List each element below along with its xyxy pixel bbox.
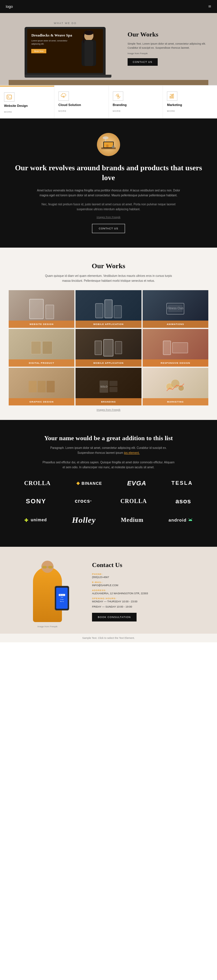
binance-logo-text: BINANCE [76, 481, 102, 486]
portfolio-item-branding[interactable]: SOLO BRANDING [76, 368, 141, 406]
brands-contact-button[interactable]: CONTACT US [92, 224, 125, 233]
contact-image-credit: Image from Freepik [33, 625, 62, 628]
service-card-cloud-solution[interactable]: Cloud Solution MORE [54, 86, 109, 118]
hero-image-credit: Image from Freepik [128, 52, 208, 55]
hero-desk-illustration: WHAT WE DO Dreadlocks & Weave Spa Lorem … [0, 13, 217, 85]
contact-phone-value: (555)123-4567 [92, 576, 208, 579]
android-robot-icon [188, 517, 193, 523]
clients-title: Your name would be a great addition to t… [11, 434, 206, 442]
contact-phone-in-hand: We are a Web Design Agency [55, 586, 69, 611]
portfolio-item-website-design[interactable]: WEBSITE DESIGN [9, 290, 74, 328]
brands-image-credit: Images from Freepik [11, 216, 206, 219]
unimed-cross-icon [24, 518, 29, 522]
hero-label: WHAT WE DO [54, 22, 77, 25]
svg-point-3 [84, 30, 93, 35]
nav-logo: logo [6, 4, 13, 9]
clients-logo-row-1: CROLLA BINANCE EVGA TESLA [11, 477, 206, 490]
client-logo-crolla: CROLLA [21, 477, 54, 489]
svg-rect-8 [173, 94, 174, 98]
contact-hours-label: OPENING HOURS: [92, 597, 208, 600]
cloud-solution-icon [59, 92, 69, 101]
service-card-branding[interactable]: Branding MORE [109, 86, 163, 118]
client-logo-medium: Medium [118, 514, 146, 526]
hero-section: WHAT WE DO Dreadlocks & Weave Spa Lorem … [0, 13, 217, 118]
client-logo-android: android [166, 515, 196, 526]
portfolio-item-mobile-app-1[interactable]: MOBILE APPLICATION [76, 290, 141, 328]
portfolio-item-mobile-app-2[interactable]: MOBILE APPLICATION [76, 329, 141, 367]
portfolio-item-animations[interactable]: Fitness Club ANIMATIONS [143, 290, 208, 328]
brands-desc1: Amet luctus venenatis lectus magna fring… [33, 188, 184, 198]
laptop-person-illustration [79, 29, 99, 69]
svg-marker-22 [76, 482, 80, 485]
service-card-website-design[interactable]: Website Design MORE [0, 86, 54, 118]
holley-logo-text: Holley [72, 515, 96, 525]
service-more-marketing[interactable]: MORE [167, 110, 175, 112]
svg-text:Fitness Club: Fitness Club [168, 307, 184, 310]
svg-rect-4 [7, 95, 11, 99]
clients-section: Your name would be a great addition to t… [0, 420, 217, 547]
svg-line-28 [192, 519, 192, 519]
brands-section: Our work revolves around brands and prod… [0, 118, 217, 248]
contact-text-column: Contact Us PHONE: (555)123-4567 E-MAIL: … [92, 558, 208, 622]
crolla-logo-text: CROLLA [24, 480, 51, 487]
contact-address-label: ADDRESS: [92, 589, 208, 592]
portfolio-item-graphic-design[interactable]: GRAPHIC DESIGN [9, 368, 74, 406]
hero-laptop-area: WHAT WE DO Dreadlocks & Weave Spa Lorem … [9, 22, 122, 78]
clients-desc-link[interactable]: ips element. [124, 451, 140, 454]
evga-logo-text: EVGA [127, 480, 146, 487]
services-row: Website Design MORE Cloud Solution MORE [0, 85, 217, 118]
svg-point-26 [191, 520, 191, 520]
svg-line-27 [188, 519, 189, 519]
portfolio-label-website-design: WEBSITE DESIGN [9, 321, 74, 328]
android-logo-text: android [169, 517, 193, 523]
tesla-logo-text: TESLA [171, 480, 193, 486]
hero-contact-button[interactable]: CONTACT US [128, 58, 158, 66]
portfolio-label-graphic-design: GRAPHIC DESIGN [9, 398, 74, 406]
book-consultation-button[interactable]: BOOK CONSULTATION [92, 613, 136, 622]
svg-rect-7 [171, 95, 172, 98]
contact-title: Contact Us [92, 561, 208, 569]
service-name-branding: Branding [113, 103, 159, 107]
footer-text: Sample Text. Click to select the Text El… [82, 636, 135, 640]
portfolio-label-responsive-design: RESPONSIVE DESIGN [143, 360, 208, 367]
brands-main-title: Our work revolves around brands and prod… [11, 163, 206, 183]
svg-rect-30 [48, 566, 52, 568]
unimed-logo-text: unimed [24, 517, 47, 522]
binance-diamond-icon [76, 481, 81, 486]
laptop-book-button[interactable]: Book Now [31, 49, 46, 53]
marketing-portfolio-icon [164, 378, 187, 395]
portfolio-item-responsive-design[interactable]: RESPONSIVE DESIGN [143, 329, 208, 367]
svg-point-25 [189, 520, 190, 520]
sunglasses-icon [41, 564, 54, 570]
clients-description: Paragraph. Lorem ipsum dolor sit amet, c… [42, 445, 175, 455]
svg-rect-6 [170, 96, 171, 98]
portfolio-label-digital-product: DIGITAL PRODUCT [9, 360, 74, 367]
nav-menu-icon[interactable]: ≡ [208, 3, 211, 10]
service-name-website-design: Website Design [4, 104, 50, 107]
clients-logo-row-2: SONY crocs· CROLLA asos [11, 495, 206, 508]
medium-logo-text: Medium [121, 517, 144, 523]
portfolio-item-digital-product[interactable]: DIGITAL PRODUCT [9, 329, 74, 367]
contact-person-head [41, 561, 54, 573]
asos-logo-text: asos [175, 498, 191, 505]
crolla2-logo-text: CROLLA [120, 498, 147, 504]
service-more-website-design[interactable]: MORE [4, 111, 12, 113]
svg-point-15 [103, 137, 109, 139]
svg-point-13 [112, 145, 114, 148]
client-logo-crocs: crocs· [72, 495, 95, 507]
portfolio-label-mobile-app-1: MOBILE APPLICATION [76, 321, 141, 328]
portfolio-label-animations: ANIMATIONS [143, 321, 208, 328]
service-more-cloud[interactable]: MORE [59, 110, 67, 112]
brands-circle-illustration [100, 136, 117, 153]
clients-extra-desc: Phasellus sed efficitur dui, et ultrices… [42, 460, 175, 470]
hero-big-title: Our Works [128, 30, 208, 39]
portfolio-item-marketing[interactable]: MARKETING [143, 368, 208, 406]
service-card-marketing[interactable]: Marketing MORE [163, 86, 217, 118]
portfolio-description: Quam quisque id diam vel quam elementum.… [42, 274, 175, 283]
client-logo-tesla: TESLA [169, 477, 196, 489]
service-more-branding[interactable]: MORE [113, 110, 121, 112]
portfolio-grid: WEBSITE DESIGN MOBILE APPLICATION [9, 290, 208, 406]
service-name-marketing: Marketing [167, 103, 213, 107]
brands-circle-image [97, 133, 120, 156]
client-logo-asos: asos [173, 495, 194, 508]
